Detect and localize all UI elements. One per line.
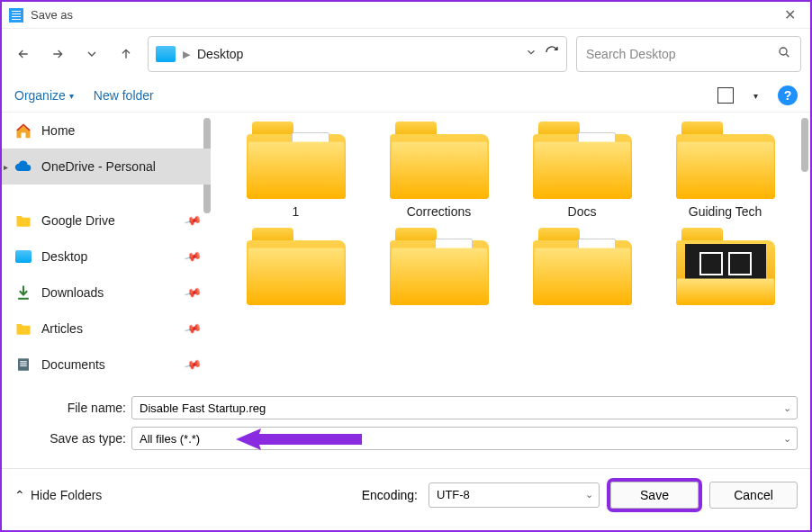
hide-folders-toggle[interactable]: ⌃ Hide Folders (14, 488, 102, 502)
sidebar: Home ▸ OneDrive - Personal Google Drive … (2, 113, 211, 392)
folder-icon (14, 320, 32, 338)
recent-dropdown-icon[interactable] (79, 41, 104, 67)
annotation-arrow-icon (236, 428, 362, 450)
document-icon (14, 356, 32, 374)
forward-button[interactable] (45, 41, 70, 67)
breadcrumb-location[interactable]: Desktop (197, 47, 243, 61)
pin-icon: 📌 (183, 212, 202, 230)
download-icon (14, 284, 32, 302)
folder-tile[interactable] (515, 228, 649, 305)
saveastype-row: Save as type: All files (*.*) ⌄ (2, 423, 810, 454)
saveastype-field[interactable]: All files (*.*) ⌄ (131, 427, 798, 450)
svg-rect-3 (20, 364, 27, 365)
desktop-icon (14, 248, 32, 266)
encoding-value: UTF-8 (437, 488, 470, 501)
folder-tile[interactable]: Corrections (372, 122, 506, 219)
search-input[interactable] (586, 47, 777, 61)
filename-value: Disable Fast Startup.reg (140, 401, 266, 415)
help-icon[interactable]: ? (778, 86, 798, 105)
svg-rect-2 (20, 361, 27, 362)
nav-row: ▶ Desktop (2, 29, 810, 79)
file-grid: 1 Corrections Docs Guiding Tech (211, 113, 810, 392)
folder-icon (14, 212, 32, 230)
sidebar-item-articles[interactable]: Articles 📌 (2, 311, 211, 347)
tile-label: Corrections (407, 204, 472, 219)
folder-tile[interactable]: Guiding Tech (658, 122, 792, 219)
sidebar-item-label: Articles (41, 321, 83, 336)
new-folder-button[interactable]: New folder (94, 88, 154, 103)
sidebar-item-label: Google Drive (41, 213, 115, 228)
svg-rect-4 (20, 365, 27, 366)
folder-tile[interactable] (229, 228, 363, 305)
sidebar-item-downloads[interactable]: Downloads 📌 (2, 275, 211, 311)
titlebar: Save as ✕ (2, 2, 810, 29)
view-options-button[interactable] (717, 87, 734, 104)
svg-point-0 (780, 48, 787, 55)
sidebar-item-home[interactable]: Home (2, 113, 211, 149)
footer: ⌃ Hide Folders Encoding: UTF-8 ⌄ Save Ca… (2, 468, 810, 520)
folder-tile[interactable] (658, 228, 792, 305)
save-button[interactable]: Save (610, 482, 699, 509)
back-button[interactable] (11, 41, 36, 67)
tile-label: Docs (568, 204, 597, 219)
chevron-down-icon[interactable]: ⌄ (783, 433, 791, 445)
sidebar-item-desktop[interactable]: Desktop 📌 (2, 239, 211, 275)
chevron-up-icon: ⌃ (14, 488, 25, 502)
close-icon[interactable]: ✕ (777, 6, 803, 23)
search-icon[interactable] (777, 45, 791, 63)
tile-label: 1 (293, 204, 300, 219)
pin-icon: 📌 (183, 248, 202, 266)
filename-label: File name: (14, 401, 126, 415)
sidebar-item-label: Home (41, 123, 75, 138)
app-icon (9, 8, 23, 23)
folder-tile[interactable]: Docs (515, 122, 649, 219)
chevron-right-icon: ▶ (183, 49, 190, 60)
chevron-down-icon[interactable]: ⌄ (585, 489, 593, 500)
chevron-down-icon[interactable]: ⌄ (783, 402, 791, 414)
sidebar-item-label: Desktop (41, 249, 87, 264)
chevron-right-icon[interactable]: ▸ (4, 162, 8, 172)
sidebar-item-documents[interactable]: Documents 📌 (2, 347, 211, 383)
address-dropdown-icon[interactable] (525, 46, 537, 62)
toolbar: Organize▾ New folder ▾ ? (2, 79, 810, 112)
content-scrollbar[interactable] (801, 118, 808, 172)
filename-row: File name: Disable Fast Startup.reg ⌄ (2, 392, 810, 423)
saveastype-label: Save as type: (14, 431, 126, 446)
pin-icon: 📌 (183, 320, 202, 338)
sidebar-item-label: Downloads (41, 285, 104, 300)
encoding-select[interactable]: UTF-8 ⌄ (429, 482, 600, 508)
location-icon (156, 46, 176, 62)
refresh-icon[interactable] (545, 45, 559, 63)
sidebar-item-onedrive[interactable]: ▸ OneDrive - Personal (2, 149, 211, 185)
svg-rect-1 (18, 358, 29, 371)
view-dropdown-icon[interactable]: ▾ (753, 91, 758, 101)
search-box[interactable] (576, 36, 801, 72)
folder-tile[interactable] (372, 228, 506, 305)
pin-icon: 📌 (183, 356, 202, 374)
up-button[interactable] (113, 41, 139, 67)
organize-menu[interactable]: Organize▾ (14, 88, 74, 103)
sidebar-item-label: Documents (41, 357, 105, 372)
tile-label: Guiding Tech (689, 204, 762, 219)
cancel-button[interactable]: Cancel (709, 482, 798, 509)
address-bar[interactable]: ▶ Desktop (148, 36, 567, 72)
folder-tile[interactable]: 1 (229, 122, 363, 219)
filename-field[interactable]: Disable Fast Startup.reg ⌄ (131, 396, 798, 419)
saveastype-value: All files (*.*) (140, 432, 200, 446)
encoding-label: Encoding: (362, 488, 418, 502)
sidebar-item-label: OneDrive - Personal (41, 159, 156, 174)
home-icon (14, 122, 32, 140)
pin-icon: 📌 (183, 284, 202, 302)
cloud-icon (14, 158, 32, 176)
window-title: Save as (31, 8, 73, 22)
sidebar-item-google-drive[interactable]: Google Drive 📌 (2, 203, 211, 239)
